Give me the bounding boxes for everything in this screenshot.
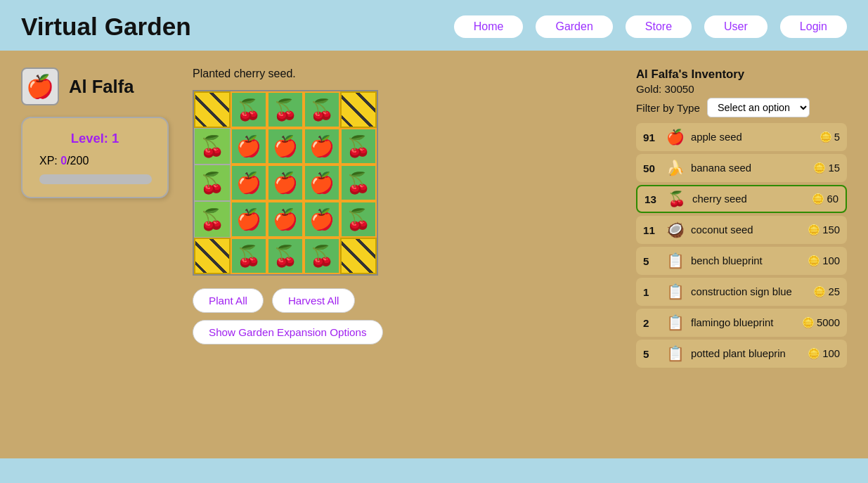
garden-cell[interactable]: 🍒 bbox=[194, 201, 231, 238]
xp-row: XP: 0/200 bbox=[39, 155, 150, 167]
inv-price: 25 bbox=[828, 286, 840, 297]
inv-price: 150 bbox=[822, 224, 840, 236]
inv-qty: 1 bbox=[643, 286, 660, 298]
main-content: 🍎 Al Falfa Level: 1 XP: 0/200 Planted ch… bbox=[0, 51, 868, 458]
garden-cell[interactable] bbox=[340, 238, 377, 274]
nav-login[interactable]: Login bbox=[780, 15, 847, 38]
inventory-list: 91🍎apple seed🪙550🍌banana seed🪙1513🍒cherr… bbox=[636, 123, 847, 371]
inv-price-wrap: 🪙60 bbox=[812, 193, 838, 205]
garden-cell[interactable]: 🍒 bbox=[340, 201, 377, 238]
inv-qty: 91 bbox=[643, 131, 660, 143]
username: Al Falfa bbox=[69, 77, 134, 97]
filter-select[interactable]: Select an option bbox=[707, 98, 810, 117]
harvest-all-button[interactable]: Harvest All bbox=[272, 288, 356, 313]
inv-icon: 🥥 bbox=[666, 221, 685, 238]
garden-cell[interactable]: 🍒 bbox=[231, 91, 267, 128]
xp-max: 200 bbox=[70, 155, 89, 167]
coin-icon: 🪙 bbox=[808, 348, 820, 360]
garden-cell[interactable]: 🍒 bbox=[194, 165, 231, 201]
inv-price: 100 bbox=[822, 255, 840, 266]
coin-icon: 🪙 bbox=[802, 317, 815, 329]
garden-cell[interactable]: 🍎 bbox=[231, 201, 267, 238]
inventory-row-coconut-seed[interactable]: 11🥥coconut seed🪙150 bbox=[636, 216, 847, 244]
inv-qty: 13 bbox=[644, 193, 661, 205]
inv-icon: 📋 bbox=[666, 314, 685, 331]
garden-cell[interactable] bbox=[194, 238, 231, 274]
inv-qty: 2 bbox=[643, 317, 660, 329]
inv-name: construction sign blue bbox=[691, 286, 808, 297]
coin-icon: 🪙 bbox=[812, 193, 824, 205]
garden-cell[interactable]: 🍒 bbox=[304, 238, 340, 274]
plant-all-button[interactable]: Plant All bbox=[193, 288, 264, 313]
inv-name: flamingo blueprint bbox=[691, 317, 796, 328]
inv-qty: 11 bbox=[643, 224, 660, 236]
inventory-row-apple-seed[interactable]: 91🍎apple seed🪙5 bbox=[636, 123, 847, 151]
garden-cell[interactable]: 🍎 bbox=[267, 201, 304, 238]
garden-cell[interactable]: 🍎 bbox=[304, 128, 340, 165]
user-header: 🍎 Al Falfa bbox=[21, 67, 134, 105]
garden-cell[interactable]: 🍎 bbox=[304, 165, 340, 201]
inv-price-wrap: 🪙25 bbox=[813, 286, 840, 298]
app-title: Virtual Garden bbox=[21, 13, 454, 41]
garden-cell[interactable]: 🍒 bbox=[267, 238, 304, 274]
gold-display: Gold: 30050 bbox=[636, 83, 847, 95]
garden-cell[interactable]: 🍎 bbox=[231, 128, 267, 165]
garden-cell[interactable]: 🍒 bbox=[194, 128, 231, 165]
inv-price-wrap: 🪙100 bbox=[808, 255, 840, 267]
inventory-row-flamingo-blueprint[interactable]: 2📋flamingo blueprint🪙5000 bbox=[636, 309, 847, 337]
inv-price-wrap: 🪙15 bbox=[813, 162, 840, 174]
garden-cell[interactable]: 🍎 bbox=[267, 128, 304, 165]
garden-cell[interactable]: 🍒 bbox=[267, 91, 304, 128]
inv-name: apple seed bbox=[691, 131, 814, 143]
coin-icon: 🪙 bbox=[808, 255, 820, 267]
inv-price: 5000 bbox=[817, 317, 840, 328]
inv-icon: 📋 bbox=[666, 252, 685, 269]
nav-store[interactable]: Store bbox=[626, 15, 692, 38]
inv-price-wrap: 🪙100 bbox=[808, 348, 840, 360]
coin-icon: 🪙 bbox=[808, 224, 820, 236]
nav-garden[interactable]: Garden bbox=[536, 15, 612, 38]
coin-icon: 🪙 bbox=[820, 131, 832, 143]
inv-qty: 5 bbox=[643, 348, 660, 360]
garden-cell[interactable]: 🍎 bbox=[304, 201, 340, 238]
inv-price-wrap: 🪙150 bbox=[808, 224, 840, 236]
inventory-row-construction-sign[interactable]: 1📋construction sign blue🪙25 bbox=[636, 278, 847, 306]
inv-price: 60 bbox=[827, 193, 838, 205]
filter-label: Filter by Type bbox=[636, 102, 700, 114]
garden-buttons: Plant All Harvest All Show Garden Expans… bbox=[193, 288, 383, 344]
button-row-1: Plant All Harvest All bbox=[193, 288, 383, 313]
inventory-row-potted-plant-blueprint[interactable]: 5📋potted plant blueprin🪙100 bbox=[636, 340, 847, 368]
inventory-row-cherry-seed[interactable]: 13🍒cherry seed🪙60 bbox=[636, 185, 847, 213]
inv-name: bench blueprint bbox=[691, 255, 802, 266]
inv-icon: 📋 bbox=[666, 345, 685, 362]
nav-home[interactable]: Home bbox=[454, 15, 524, 38]
garden-cell[interactable]: 🍒 bbox=[231, 238, 267, 274]
inv-icon: 📋 bbox=[666, 283, 685, 300]
inv-price-wrap: 🪙5000 bbox=[802, 317, 840, 329]
inv-name: potted plant blueprin bbox=[691, 348, 802, 359]
garden-cell[interactable] bbox=[194, 91, 231, 128]
inv-name: banana seed bbox=[691, 162, 808, 174]
level-card: Level: 1 XP: 0/200 bbox=[21, 117, 169, 198]
inv-qty: 50 bbox=[643, 162, 660, 174]
garden-cell[interactable]: 🍒 bbox=[340, 165, 377, 201]
inv-qty: 5 bbox=[643, 255, 660, 267]
inventory-panel: Al Falfa's Inventory Gold: 30050 Filter … bbox=[636, 67, 847, 442]
inventory-row-banana-seed[interactable]: 50🍌banana seed🪙15 bbox=[636, 154, 847, 182]
avatar: 🍎 bbox=[21, 67, 59, 105]
inv-price: 15 bbox=[828, 162, 840, 174]
garden-cell[interactable]: 🍎 bbox=[231, 165, 267, 201]
garden-grid: 🍒🍒🍒🍒🍎🍎🍎🍒🍒🍎🍎🍎🍒🍒🍎🍎🍎🍒🍒🍒🍒 bbox=[193, 90, 378, 276]
coin-icon: 🪙 bbox=[813, 286, 826, 298]
nav-user[interactable]: User bbox=[704, 15, 767, 38]
garden-cell[interactable]: 🍒 bbox=[304, 91, 340, 128]
garden-cell[interactable]: 🍎 bbox=[267, 165, 304, 201]
inv-price: 5 bbox=[834, 131, 840, 143]
inventory-title: Al Falfa's Inventory bbox=[636, 67, 847, 82]
inv-price: 100 bbox=[822, 348, 840, 359]
inventory-row-bench-blueprint[interactable]: 5📋bench blueprint🪙100 bbox=[636, 247, 847, 275]
garden-cell[interactable]: 🍒 bbox=[340, 128, 377, 165]
garden-cell[interactable] bbox=[340, 91, 377, 128]
show-garden-expansion-button[interactable]: Show Garden Expansion Options bbox=[193, 320, 383, 344]
inv-name: cherry seed bbox=[692, 193, 806, 205]
